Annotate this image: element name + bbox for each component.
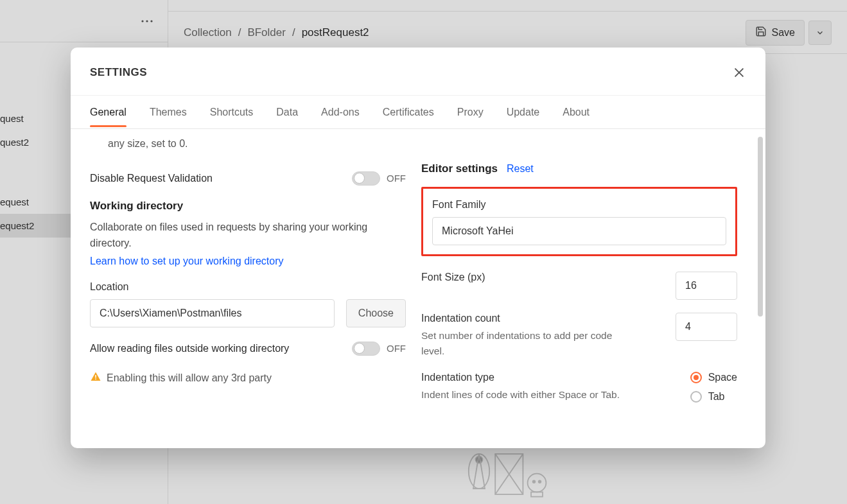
truncated-help-text: any size, set to 0. xyxy=(90,135,406,152)
save-button[interactable]: Save xyxy=(746,20,805,46)
setting-label: Disable Request Validation xyxy=(90,173,213,184)
scrollbar[interactable] xyxy=(758,137,763,317)
tab-themes[interactable]: Themes xyxy=(150,98,187,126)
indent-type-space-radio[interactable]: Space xyxy=(690,372,737,383)
radio-dot-icon xyxy=(690,372,702,383)
help-text: Collaborate on files used in requests by… xyxy=(90,219,406,252)
font-family-input[interactable] xyxy=(432,217,726,245)
warning-icon xyxy=(90,371,101,388)
crumb-separator: / xyxy=(238,26,241,39)
save-icon xyxy=(755,26,767,40)
svg-point-1 xyxy=(146,20,148,22)
allow-outside-files-toggle[interactable] xyxy=(352,342,380,356)
svg-rect-14 xyxy=(95,375,96,378)
tabstrip: General Themes Shortcuts Data Add-ons Ce… xyxy=(71,96,765,129)
settings-modal: SETTINGS General Themes Shortcuts Data A… xyxy=(71,48,765,448)
section-heading: Working directory xyxy=(90,200,406,213)
svg-point-10 xyxy=(532,480,535,483)
svg-point-0 xyxy=(141,20,143,22)
setting-label: Allow reading files outside working dire… xyxy=(90,343,289,354)
save-label: Save xyxy=(772,27,795,39)
breadcrumb: Collection / BFolder / postRequest2 xyxy=(184,26,369,39)
toggle-state-text: OFF xyxy=(387,343,406,354)
indent-type-tab-radio[interactable]: Tab xyxy=(690,391,737,403)
radio-label: Tab xyxy=(708,391,725,403)
workdir-learn-link[interactable]: Learn how to set up your working directo… xyxy=(90,256,283,266)
location-input[interactable] xyxy=(90,299,335,327)
help-text: Indent lines of code with either Space o… xyxy=(421,387,620,403)
crumb[interactable]: BFolder xyxy=(247,26,286,39)
field-label: Location xyxy=(90,281,406,293)
tab-addons[interactable]: Add-ons xyxy=(321,98,360,126)
tab-update[interactable]: Update xyxy=(507,98,540,126)
reset-link[interactable]: Reset xyxy=(507,163,534,175)
svg-point-11 xyxy=(538,480,541,483)
svg-rect-9 xyxy=(531,492,543,496)
radio-label: Space xyxy=(708,372,737,383)
font-size-input[interactable] xyxy=(676,272,737,300)
more-icon[interactable] xyxy=(137,11,157,31)
crumb[interactable]: Collection xyxy=(184,26,232,39)
tab-proxy[interactable]: Proxy xyxy=(457,98,484,126)
field-label: Indentation type xyxy=(421,372,620,383)
tab-about[interactable]: About xyxy=(563,98,589,126)
tab-general[interactable]: General xyxy=(90,98,127,126)
svg-rect-15 xyxy=(95,378,96,379)
toggle-state-text: OFF xyxy=(387,173,406,184)
help-text: Set number of indentations to add per co… xyxy=(421,328,633,359)
svg-point-8 xyxy=(527,474,546,492)
radio-dot-icon xyxy=(690,391,702,403)
indent-count-input[interactable] xyxy=(676,313,737,341)
modal-title: SETTINGS xyxy=(90,66,147,79)
crumb-separator: / xyxy=(292,26,295,39)
save-dropdown-button[interactable] xyxy=(808,21,832,45)
field-label: Font Size (px) xyxy=(421,272,485,283)
tab-data[interactable]: Data xyxy=(276,98,298,126)
tab-certificates[interactable]: Certificates xyxy=(383,98,434,126)
field-label: Font Family xyxy=(432,199,726,211)
close-icon[interactable] xyxy=(732,65,746,80)
disable-request-validation-toggle[interactable] xyxy=(352,171,380,186)
choose-button[interactable]: Choose xyxy=(346,299,406,327)
field-label: Indentation count xyxy=(421,313,633,324)
font-family-highlight: Font Family xyxy=(421,187,737,256)
svg-point-2 xyxy=(150,20,152,22)
section-heading: Editor settings xyxy=(421,162,498,175)
crumb-current: postRequest2 xyxy=(302,26,369,39)
tab-shortcuts[interactable]: Shortcuts xyxy=(210,98,254,126)
modal-body: any size, set to 0. Disable Request Vali… xyxy=(71,129,765,448)
warning-text: Enabling this will allow any 3rd party xyxy=(107,370,272,387)
